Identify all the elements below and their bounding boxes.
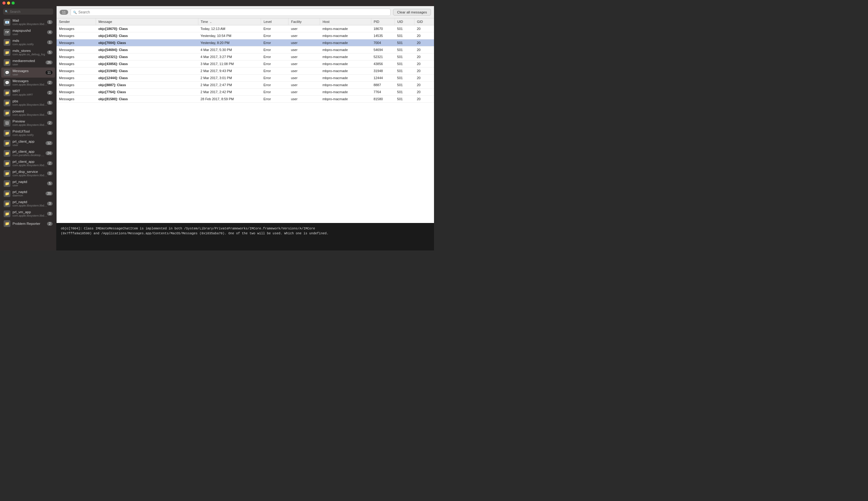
- table-row[interactable]: Messagesobjc[31948]: Class2 Mar 2017, 9:…: [56, 67, 434, 75]
- cell-facility: user: [288, 61, 320, 67]
- detail-pane: objc[7004]: Class IMEmoteMessageChatItem…: [56, 223, 434, 250]
- clear-all-messages-button[interactable]: Clear all messages: [393, 9, 431, 15]
- sidebar-item-messages[interactable]: 💬 Messages user 11: [1, 67, 55, 78]
- cell-time: 2 Mar 2017, 9:43 PM: [198, 67, 261, 75]
- app-icon: 📧: [4, 19, 10, 26]
- sidebar-item-prl_vm_app[interactable]: 📁 prl_vm_app com.apple.libsystem.libdisp…: [1, 209, 55, 219]
- badge: 2: [47, 222, 53, 226]
- minimize-button[interactable]: [7, 1, 10, 4]
- sidebar-item-problem_reporter[interactable]: 📁 Problem Reporter 2: [1, 219, 55, 228]
- sidebar-item-powerd[interactable]: 📁 powerd com.apple.libsystem.libdispatch…: [1, 108, 55, 118]
- sidebar-item-mediaremoted[interactable]: 📁 mediaremoted user 26: [1, 57, 55, 67]
- app-subtitle: com.apple.libsystem.libdispatch: [12, 83, 47, 86]
- cell-pid: 7764: [371, 88, 394, 96]
- table-row[interactable]: Messagesobjc[52321]: Class4 Mar 2017, 3:…: [56, 53, 434, 61]
- sidebar-item-prl_naptd[interactable]: 📁 prl_naptd user 5: [1, 178, 55, 189]
- table-row[interactable]: Messagesobjc[54694]: Class4 Mar 2017, 5:…: [56, 46, 434, 53]
- cell-facility: user: [288, 75, 320, 82]
- cell-message: objc[31948]: Class: [96, 67, 198, 75]
- sidebar-item-prl_client_app2[interactable]: 📁 prl_client_app com.parallels.desktop.c…: [1, 148, 55, 158]
- topbar-search-input[interactable]: [71, 9, 391, 16]
- cell-level: Error: [261, 88, 288, 96]
- app-icon: 📁: [4, 110, 10, 116]
- cell-uid: 501: [394, 96, 414, 103]
- app-icon: 📁: [4, 99, 10, 106]
- col-header-message: Message: [96, 18, 198, 25]
- table-row[interactable]: Messagesobjc[7004]: ClassYesterday, 8:20…: [56, 40, 434, 46]
- cell-facility: user: [288, 67, 320, 75]
- app-info: prl_client_app com.parallels.desktop.con…: [12, 150, 45, 157]
- cell-host: mbpro-macmade: [320, 88, 371, 96]
- app-subtitle: com.apple.MRT: [12, 93, 47, 96]
- badge: 5: [47, 181, 53, 185]
- cell-uid: 501: [394, 25, 414, 32]
- cell-facility: user: [288, 32, 320, 40]
- cell-sender: Messages: [56, 25, 96, 32]
- app-subtitle: user: [12, 63, 45, 66]
- cell-gid: 20: [414, 53, 434, 61]
- app-subtitle: user: [12, 32, 47, 36]
- sidebar-item-mds_stores[interactable]: 📁 mds_stores com.apple.os_debug_log 5: [1, 47, 55, 57]
- sidebar-item-prl_disp_service[interactable]: 📁 prl_disp_service com.apple.libsystem.l…: [1, 168, 55, 178]
- app-name: prl_naptd: [12, 190, 45, 194]
- sidebar-item-prl_naptd3[interactable]: 📁 prl_naptd com.apple.libsystem.libdispa…: [1, 199, 55, 209]
- col-header-level: Level: [261, 18, 288, 25]
- table-row[interactable]: Messagesobjc[7764]: Class2 Mar 2017, 2:4…: [56, 88, 434, 96]
- close-button[interactable]: [2, 1, 6, 4]
- cell-sender: Messages: [56, 88, 96, 96]
- col-header-gid: GID: [414, 18, 434, 25]
- maximize-button[interactable]: [12, 1, 15, 4]
- col-header-host: Host: [320, 18, 371, 25]
- cell-sender: Messages: [56, 53, 96, 61]
- cell-sender: Messages: [56, 61, 96, 67]
- app-name: Mail: [12, 19, 47, 22]
- cell-facility: user: [288, 25, 320, 32]
- cell-host: mbpro-macmade: [320, 67, 371, 75]
- cell-gid: 20: [414, 25, 434, 32]
- sidebar-item-pbs[interactable]: 📁 pbs com.apple.libsystem.libdispatch 5: [1, 98, 55, 108]
- cell-gid: 20: [414, 40, 434, 46]
- sidebar-item-printuiltool[interactable]: 📁 PrintUITool com.apple.notify 3: [1, 128, 55, 138]
- table-row[interactable]: Messagesobjc[81580]: Class28 Feb 2017, 8…: [56, 96, 434, 103]
- badge: 20: [45, 192, 53, 195]
- table-row[interactable]: Messagesobjc[18670]: ClassToday, 12:13 A…: [56, 25, 434, 32]
- badge: 12: [45, 141, 53, 145]
- cell-uid: 501: [394, 88, 414, 96]
- app-icon: 📁: [4, 59, 10, 66]
- cell-level: Error: [261, 32, 288, 40]
- app-icon: 📁: [4, 211, 10, 217]
- col-header-time[interactable]: Time ⌄: [198, 18, 261, 25]
- app-info: mds com.apple.notify: [12, 39, 47, 46]
- app-subtitle: com.apple.notify: [12, 133, 47, 137]
- badge: 2: [47, 91, 53, 95]
- app-name: prl_client_app: [12, 160, 47, 163]
- sidebar-item-prl_client_app3[interactable]: 📁 prl_client_app com.apple.libsystem.lib…: [1, 158, 55, 168]
- main-content: 11 Clear all messages SenderMessageTime …: [56, 6, 434, 250]
- sidebar-item-mail[interactable]: 📧 Mail com.apple.libsystem.libdispatch 1: [1, 17, 55, 27]
- cell-uid: 501: [394, 75, 414, 82]
- table-row[interactable]: Messagesobjc[43856]: Class3 Mar 2017, 11…: [56, 61, 434, 67]
- table-row[interactable]: Messagesobjc[14535]: ClassYesterday, 10:…: [56, 32, 434, 40]
- col-header-facility: Facility: [288, 18, 320, 25]
- table-row[interactable]: Messagesobjc[12444]: Class2 Mar 2017, 3:…: [56, 75, 434, 82]
- sidebar-item-messages2[interactable]: 💬 Messages com.apple.libsystem.libdispat…: [1, 78, 55, 88]
- app-icon: 🖼: [4, 120, 10, 127]
- sidebar-item-mrt[interactable]: 📁 MRT com.apple.MRT 2: [1, 88, 55, 98]
- sidebar-search-input[interactable]: [3, 9, 53, 15]
- app-info: prl_naptd daemon: [12, 190, 45, 197]
- log-table: SenderMessageTime ⌄LevelFacilityHostPIDU…: [56, 18, 434, 103]
- app-name: PrintUITool: [12, 129, 47, 133]
- app-icon: 📁: [4, 180, 10, 187]
- table-row[interactable]: Messagesobjc[8887]: Class2 Mar 2017, 2:4…: [56, 82, 434, 88]
- cell-gid: 20: [414, 67, 434, 75]
- sidebar-item-prl_naptd2[interactable]: 📁 prl_naptd daemon 20: [1, 189, 55, 199]
- app-icon: 📁: [4, 160, 10, 167]
- sidebar-item-mapspushd[interactable]: 🗺 mapspushd user 4: [1, 27, 55, 37]
- sidebar-item-mds[interactable]: 📁 mds com.apple.notify 1: [1, 37, 55, 47]
- app-name: prl_naptd: [12, 180, 47, 184]
- cell-uid: 501: [394, 32, 414, 40]
- app-info: MRT com.apple.MRT: [12, 89, 47, 96]
- sidebar-item-preview[interactable]: 🖼 Preview com.apple.libsystem.libdispatc…: [1, 118, 55, 128]
- app-subtitle: com.apple.libsystem.libdispatch: [12, 123, 47, 127]
- sidebar-item-prl_client_app[interactable]: 📁 prl_client_app user 12: [1, 138, 55, 148]
